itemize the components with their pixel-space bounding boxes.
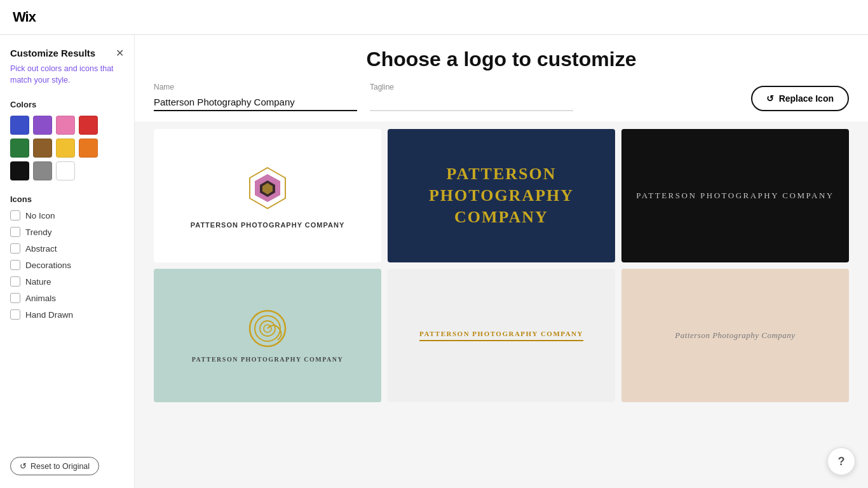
spiral-icon xyxy=(247,308,288,349)
reset-label: Reset to Original xyxy=(31,462,90,471)
help-button[interactable]: ? xyxy=(827,447,855,475)
reset-icon: ↺ xyxy=(20,461,27,471)
icon-option-no-icon[interactable]: No Icon xyxy=(10,210,124,220)
color-grid xyxy=(10,116,124,180)
reset-to-original-button[interactable]: ↺ Reset to Original xyxy=(10,457,99,475)
logo-card-4-inner: Patterson Photography Company xyxy=(154,269,381,402)
colors-section-label: Colors xyxy=(10,100,124,109)
checkbox-hand-drawn[interactable] xyxy=(10,309,20,320)
color-swatch-orange[interactable] xyxy=(79,139,98,158)
logo-card-3[interactable]: Patterson Photography Company xyxy=(621,129,849,262)
help-label: ? xyxy=(838,455,845,468)
name-input-group: Name xyxy=(154,83,357,111)
replace-icon-arrow: ↺ xyxy=(766,93,774,104)
icon-option-label-trendy: Trendy xyxy=(25,227,52,237)
replace-icon-label: Replace Icon xyxy=(779,93,834,104)
logo-card-4[interactable]: Patterson Photography Company xyxy=(154,269,381,402)
logo-card-2-text: PattersonPhotographyCompany xyxy=(429,163,574,227)
geometric-icon xyxy=(242,163,293,214)
replace-icon-button[interactable]: ↺ Replace Icon xyxy=(751,86,849,111)
logo-card-5-text: Patterson Photography Company xyxy=(419,330,583,341)
logo-card-2-inner: PattersonPhotographyCompany xyxy=(388,129,615,262)
color-swatch-green[interactable] xyxy=(10,139,29,158)
icon-option-hand-drawn[interactable]: Hand Drawn xyxy=(10,309,124,320)
logo-card-5-inner: Patterson Photography Company xyxy=(388,269,615,402)
checkbox-trendy[interactable] xyxy=(10,227,20,237)
icon-option-decorations[interactable]: Decorations xyxy=(10,260,124,270)
logo-card-6[interactable]: Patterson Photography Company xyxy=(621,269,849,402)
icon-option-label-abstract: Abstract xyxy=(25,244,57,254)
logo-card-4-text: Patterson Photography Company xyxy=(192,356,344,363)
logo-card-3-inner: Patterson Photography Company xyxy=(621,129,849,262)
checkbox-no-icon[interactable] xyxy=(10,210,20,220)
icon-option-label-hand-drawn: Hand Drawn xyxy=(25,310,73,320)
color-swatch-yellow[interactable] xyxy=(56,139,75,158)
color-swatch-purple[interactable] xyxy=(33,116,52,135)
main-layout: Customize Results ✕ Pick out colors and … xyxy=(0,35,868,488)
sidebar-title: Customize Results xyxy=(10,48,95,58)
color-swatch-red[interactable] xyxy=(79,116,98,135)
icon-option-label-no-icon: No Icon xyxy=(25,211,55,220)
icons-section-label: Icons xyxy=(10,194,124,204)
sidebar-title-row: Customize Results ✕ xyxy=(10,48,124,58)
color-swatch-gray[interactable] xyxy=(33,161,52,180)
sidebar: Customize Results ✕ Pick out colors and … xyxy=(0,35,135,488)
tagline-label: Tagline xyxy=(370,83,573,92)
logo-card-5[interactable]: Patterson Photography Company xyxy=(388,269,615,402)
header: Wix xyxy=(0,0,868,35)
logo-card-6-text: Patterson Photography Company xyxy=(675,330,795,341)
inputs-row: Name Tagline ↺ Replace Icon xyxy=(154,83,849,111)
color-swatch-black[interactable] xyxy=(10,161,29,180)
top-bar: Choose a logo to customize Name Tagline … xyxy=(135,35,868,121)
color-swatch-pink[interactable] xyxy=(56,116,75,135)
icon-option-animals[interactable]: Animals xyxy=(10,293,124,303)
checkbox-nature[interactable] xyxy=(10,276,20,287)
color-swatch-blue[interactable] xyxy=(10,116,29,135)
logo-card-6-inner: Patterson Photography Company xyxy=(621,269,849,402)
checkbox-decorations[interactable] xyxy=(10,260,20,270)
page-title: Choose a logo to customize xyxy=(154,48,849,71)
sidebar-subtitle: Pick out colors and icons that match you… xyxy=(10,64,124,86)
icon-option-label-animals: Animals xyxy=(25,294,56,303)
color-swatch-white[interactable] xyxy=(56,161,75,180)
checkbox-abstract[interactable] xyxy=(10,243,20,254)
logo-card-1[interactable]: Patterson Photography Company xyxy=(154,129,381,262)
name-label: Name xyxy=(154,83,357,92)
tagline-input-group: Tagline xyxy=(370,83,573,111)
icon-option-nature[interactable]: Nature xyxy=(10,276,124,287)
logo-grid: Patterson Photography Company PattersonP… xyxy=(154,129,849,402)
logo-card-1-inner: Patterson Photography Company xyxy=(154,129,381,262)
icon-option-label-nature: Nature xyxy=(25,277,51,287)
close-icon[interactable]: ✕ xyxy=(116,48,124,58)
name-input[interactable] xyxy=(154,94,357,111)
logo-card-3-text: Patterson Photography Company xyxy=(636,191,834,201)
checkbox-animals[interactable] xyxy=(10,293,20,303)
main-content: Choose a logo to customize Name Tagline … xyxy=(135,35,868,488)
icon-option-trendy[interactable]: Trendy xyxy=(10,227,124,237)
logo-card-1-text: Patterson Photography Company xyxy=(191,221,345,229)
color-swatch-brown[interactable] xyxy=(33,139,52,158)
wix-logo: Wix xyxy=(13,9,36,25)
icon-option-label-decorations: Decorations xyxy=(25,261,71,270)
logo-card-2[interactable]: PattersonPhotographyCompany xyxy=(388,129,615,262)
icon-options: No Icon Trendy Abstract Decorations Natu… xyxy=(10,210,124,320)
tagline-input[interactable] xyxy=(370,94,573,111)
icon-option-abstract[interactable]: Abstract xyxy=(10,243,124,254)
